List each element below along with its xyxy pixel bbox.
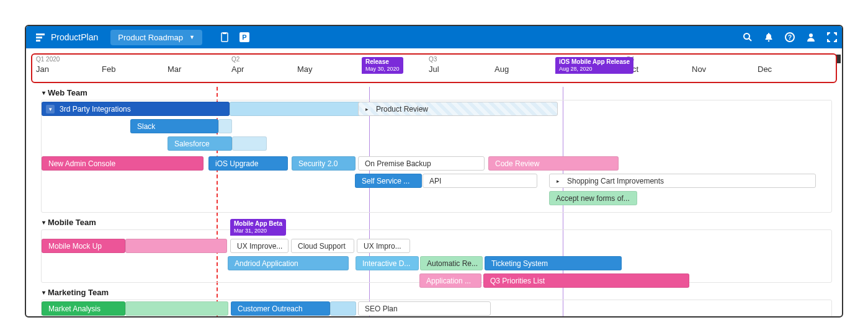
roadmap-bar[interactable]: Slack	[130, 119, 218, 133]
chevron-icon: ▾	[46, 105, 55, 113]
svg-rect-4	[223, 32, 226, 34]
bar-label: Automatic Re...	[427, 259, 478, 268]
month-label: Mar	[168, 64, 181, 74]
bar-label: Shopping Cart Improvements	[567, 177, 664, 185]
bar-label: UX Impro...	[364, 242, 401, 251]
lane-header[interactable]: ▾Marketing Team	[32, 287, 836, 298]
roadmap-bar[interactable]: UX Impro...	[357, 239, 410, 253]
roadmap-selector[interactable]: Product Roadmap ▼	[110, 30, 202, 45]
svg-rect-0	[36, 33, 45, 35]
bar-label: Market Analysis	[48, 304, 101, 313]
chevron-icon: ▸	[553, 177, 562, 185]
bar-label: Ticketing System	[491, 259, 548, 268]
roadmap-bar[interactable]: Q3 Priorities List	[483, 273, 689, 288]
month-label: Nov	[692, 64, 706, 74]
roadmap-bar[interactable]	[232, 136, 267, 151]
roadmap-bar[interactable]: SEO Plan	[358, 301, 491, 316]
svg-rect-1	[36, 37, 42, 38]
roadmap-bar[interactable]: Automatic Re...	[420, 256, 483, 270]
milestone-marker[interactable]: ReleaseMay 30, 2020	[362, 57, 403, 74]
bar-label: SEO Plan	[365, 304, 398, 313]
brand-icon	[35, 32, 46, 43]
roadmap-bar[interactable]: ▸Product Review	[358, 102, 558, 116]
svg-point-12	[809, 33, 813, 37]
bar-label: New Admin Console	[48, 159, 115, 168]
bar-label: On Premise Backup	[365, 159, 431, 168]
roadmap-bar[interactable]: Customer Outreach	[231, 301, 330, 316]
roadmap-bar[interactable]: Mobile Mock Up	[42, 239, 125, 253]
bar-label: Application ...	[426, 277, 471, 285]
roadmap-bar[interactable]	[125, 301, 228, 316]
lane-title: Marketing Team	[48, 288, 109, 297]
lane-title: Mobile Team	[48, 218, 96, 227]
roadmap-bar[interactable]: Accept new forms of...	[549, 191, 637, 205]
clipboard-icon[interactable]	[220, 32, 230, 42]
bar-label: Customer Outreach	[238, 304, 303, 313]
roadmap-bar[interactable]: Application ...	[419, 273, 481, 288]
user-icon[interactable]	[806, 32, 816, 42]
roadmap-bar[interactable]: API	[423, 174, 537, 188]
roadmap-bar[interactable]: Cloud Support	[291, 239, 354, 253]
roadmap-bar[interactable]: iOS Upgrade	[208, 156, 288, 171]
brand-label: ProductPlan	[51, 32, 98, 42]
roadmap-bar[interactable]	[218, 119, 232, 133]
roadmap-bar[interactable]: UX Improve...	[230, 239, 289, 253]
roadmap-bar[interactable]: ▸Shopping Cart Improvements	[549, 174, 816, 188]
roadmap-bar[interactable]: New Admin Console	[42, 156, 204, 171]
chevron-icon: ▸	[362, 105, 371, 113]
roadmap-bar[interactable]: Interactive D...	[356, 256, 419, 270]
parking-icon[interactable]: P	[239, 32, 249, 42]
svg-rect-3	[221, 33, 228, 42]
lane-title: Web Team	[48, 88, 87, 97]
roadmap-bar[interactable]: Market Analysis	[42, 301, 125, 316]
roadmap-bar[interactable]: Self Service ...	[355, 174, 422, 188]
help-icon[interactable]: ?	[785, 32, 795, 42]
roadmap-bar[interactable]	[230, 102, 367, 116]
roadmap-bar[interactable]: ▾3rd Party Integrations	[42, 102, 230, 116]
svg-point-9	[768, 40, 770, 42]
roadmap-canvas: ▾Web Team▾3rd Party Integrations▸Product…	[32, 87, 836, 316]
bar-label: Salesforce	[174, 140, 210, 148]
roadmap-bar[interactable]: Ticketing System	[485, 256, 622, 270]
lane-body: Market AnalysisCustomer OutreachSEO Plan	[41, 300, 832, 316]
bar-label: Self Service ...	[362, 177, 409, 185]
month-label: Jul	[429, 64, 439, 74]
quarter-label: Q1 2020	[36, 56, 60, 63]
bell-icon[interactable]	[764, 32, 774, 42]
month-label: Aug	[494, 64, 509, 74]
roadmap-bar[interactable]: On Premise Backup	[358, 156, 485, 171]
brand: ProductPlan	[31, 32, 102, 43]
month-label: Dec	[758, 64, 772, 74]
svg-rect-2	[36, 40, 40, 42]
roadmap-bar[interactable]	[125, 239, 227, 253]
lane-header[interactable]: ▾Mobile Team	[32, 216, 836, 228]
chevron-down-icon: ▾	[42, 89, 45, 96]
fullscreen-icon[interactable]	[827, 32, 837, 42]
bar-label: API	[429, 177, 441, 185]
roadmap-bar[interactable]: Security 2.0	[292, 156, 356, 171]
svg-text:P: P	[242, 33, 246, 41]
svg-point-7	[744, 33, 749, 39]
bar-label: Slack	[137, 122, 155, 131]
roadmap-bar[interactable]	[330, 301, 356, 316]
bar-label: 3rd Party Integrations	[60, 105, 131, 113]
lane-milestone-marker[interactable]: Mobile App BetaMar 31, 2020	[230, 219, 286, 236]
bar-label: iOS Upgrade	[215, 159, 258, 168]
chevron-down-icon: ▾	[42, 219, 45, 226]
bar-label: Q3 Priorities List	[490, 277, 545, 285]
roadmap-bar[interactable]: Code Review	[488, 156, 619, 171]
timeline-header: Q1 2020Q2Q3Q4JanFebMarAprMayJunJulAugSep…	[31, 53, 837, 83]
roadmap-bar[interactable]: Andriod Application	[228, 256, 349, 270]
search-icon[interactable]	[743, 32, 753, 42]
caret-down-icon: ▼	[189, 34, 195, 40]
bar-label: Security 2.0	[298, 159, 338, 168]
month-label: Apr	[231, 64, 244, 74]
month-label: Jan	[36, 64, 49, 74]
bar-label: Code Review	[495, 159, 539, 168]
milestone-marker[interactable]: iOS Mobile App ReleaseAug 28, 2020	[555, 57, 633, 74]
lane-header[interactable]: ▾Web Team	[32, 87, 836, 99]
lane-body: Mobile App BetaMar 31, 2020Mobile Mock U…	[41, 229, 832, 283]
bar-label: UX Improve...	[237, 242, 282, 251]
chevron-down-icon: ▾	[42, 289, 45, 296]
roadmap-bar[interactable]: Salesforce	[168, 136, 232, 151]
